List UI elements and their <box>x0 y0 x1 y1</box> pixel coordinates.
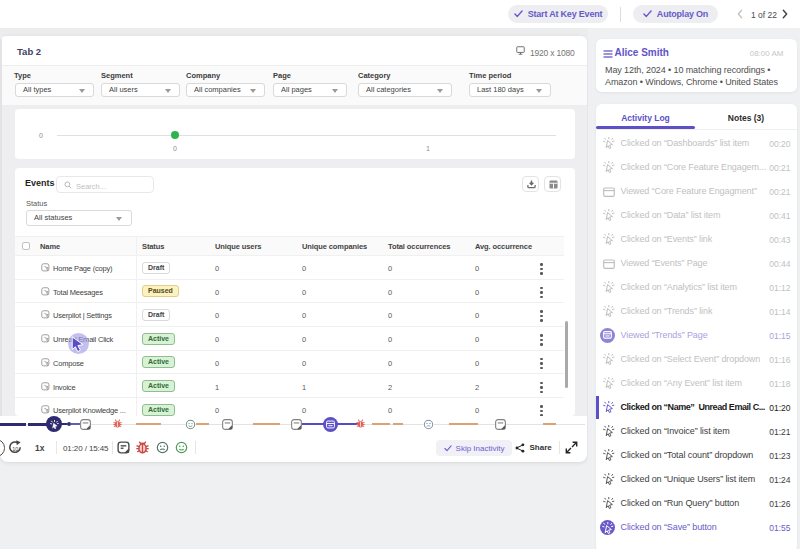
svg-text:10: 10 <box>12 446 18 452</box>
